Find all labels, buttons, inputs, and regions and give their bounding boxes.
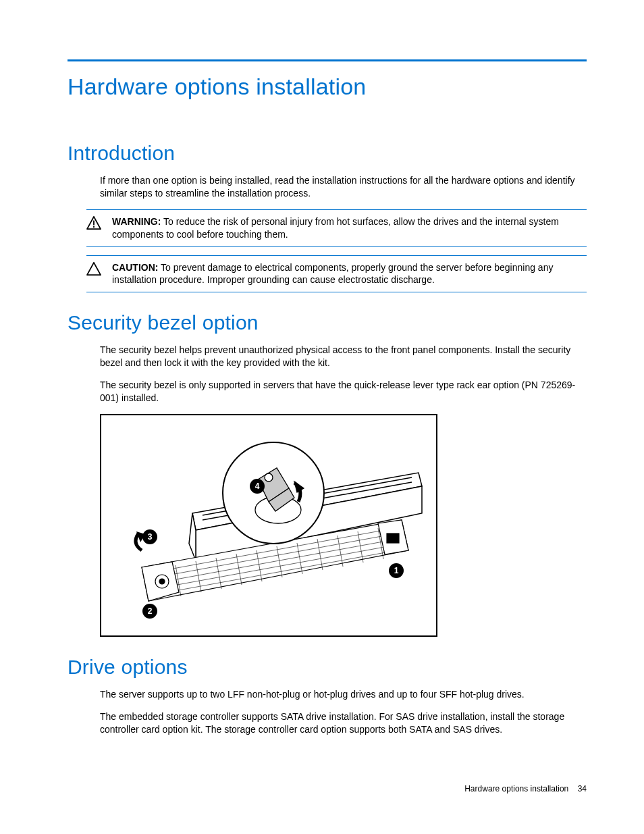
footer-page-number: 34 <box>578 784 587 793</box>
svg-point-22 <box>159 579 165 584</box>
heading-drive-options: Drive options <box>68 656 587 679</box>
callout-2: 2 <box>148 606 153 616</box>
caution-text: CAUTION: To prevent damage to electrical… <box>112 261 584 287</box>
svg-point-1 <box>93 226 95 228</box>
warning-admonition: WARNING: To reduce the risk of personal … <box>86 209 587 247</box>
heading-security-bezel: Security bezel option <box>68 311 587 334</box>
svg-point-25 <box>265 473 273 481</box>
bezel-paragraph-1: The security bezel helps prevent unautho… <box>100 344 587 369</box>
bezel-diagram: 1 2 3 4 <box>100 414 437 637</box>
svg-rect-20 <box>387 533 399 543</box>
page-footer: Hardware options installation 34 <box>464 784 587 793</box>
page-title: Hardware options installation <box>68 74 587 100</box>
drives-paragraph-1: The server supports up to two LFF non-ho… <box>100 688 587 701</box>
drives-body: The server supports up to two LFF non-ho… <box>100 688 587 736</box>
caution-body: To prevent damage to electrical componen… <box>112 262 553 286</box>
bezel-paragraph-2: The security bezel is only supported in … <box>100 379 587 405</box>
warning-body: To reduce the risk of personal injury fr… <box>112 216 559 240</box>
intro-body: If more than one option is being install… <box>100 174 587 200</box>
drives-paragraph-2: The embedded storage controller supports… <box>100 710 587 736</box>
warning-label: WARNING: <box>112 216 161 227</box>
intro-paragraph: If more than one option is being install… <box>100 174 587 200</box>
callout-4: 4 <box>255 481 260 491</box>
top-rule <box>68 59 587 61</box>
heading-introduction: Introduction <box>68 142 587 165</box>
warning-text: WARNING: To reduce the risk of personal … <box>112 215 584 241</box>
bezel-diagram-svg: 1 2 3 4 <box>101 415 437 637</box>
caution-label: CAUTION: <box>112 262 158 273</box>
warning-icon <box>86 216 101 230</box>
callout-3: 3 <box>148 532 153 542</box>
caution-admonition: CAUTION: To prevent damage to electrical… <box>86 255 587 293</box>
bezel-body: The security bezel helps prevent unautho… <box>100 344 587 405</box>
caution-icon <box>86 262 101 276</box>
footer-title: Hardware options installation <box>464 784 568 793</box>
callout-1: 1 <box>394 566 399 575</box>
